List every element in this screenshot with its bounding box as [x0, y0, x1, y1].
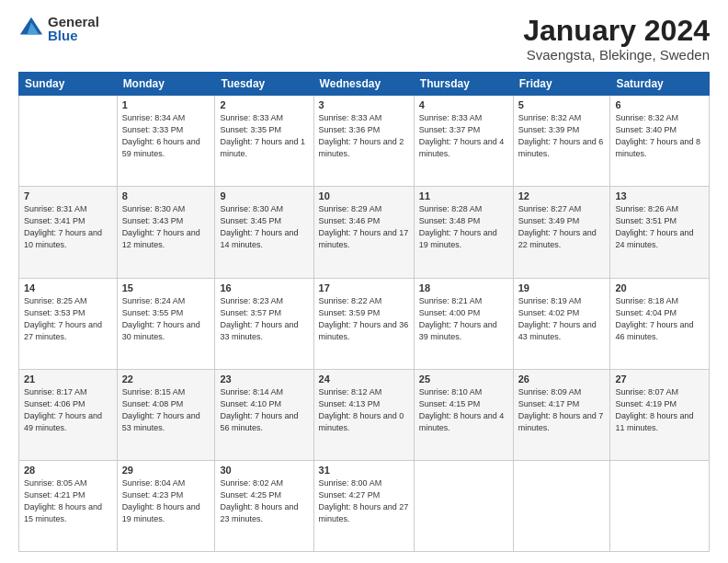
- day-info: Sunrise: 8:31 AMSunset: 3:41 PMDaylight:…: [24, 203, 112, 251]
- day-cell: 1Sunrise: 8:34 AMSunset: 3:33 PMDaylight…: [117, 96, 215, 187]
- header: General Blue January 2024 Svaengsta, Ble…: [18, 15, 710, 63]
- day-number: 18: [419, 282, 508, 293]
- day-number: 24: [319, 373, 409, 385]
- day-number: 5: [518, 99, 606, 110]
- day-number: 23: [220, 373, 308, 385]
- page: General Blue January 2024 Svaengsta, Ble…: [0, 0, 728, 563]
- day-number: 8: [122, 190, 210, 201]
- day-cell: 24Sunrise: 8:12 AMSunset: 4:13 PMDayligh…: [313, 369, 414, 460]
- day-info: Sunrise: 8:32 AMSunset: 3:39 PMDaylight:…: [518, 112, 606, 160]
- day-info: Sunrise: 8:23 AMSunset: 3:57 PMDaylight:…: [220, 295, 308, 343]
- day-cell: 21Sunrise: 8:17 AMSunset: 4:06 PMDayligh…: [19, 369, 118, 460]
- day-cell: [19, 96, 118, 187]
- day-number: 29: [122, 465, 210, 476]
- day-cell: 14Sunrise: 8:25 AMSunset: 3:53 PMDayligh…: [19, 278, 118, 369]
- day-cell: 23Sunrise: 8:14 AMSunset: 4:10 PMDayligh…: [215, 369, 313, 460]
- weekday-header-sunday: Sunday: [19, 73, 118, 96]
- day-cell: 3Sunrise: 8:33 AMSunset: 3:36 PMDaylight…: [313, 96, 414, 187]
- day-cell: 28Sunrise: 8:05 AMSunset: 4:21 PMDayligh…: [19, 460, 118, 551]
- day-info: Sunrise: 8:29 AMSunset: 3:46 PMDaylight:…: [319, 203, 409, 251]
- month-title: January 2024: [523, 15, 710, 47]
- day-number: 30: [220, 465, 308, 476]
- day-number: 14: [24, 282, 112, 293]
- day-info: Sunrise: 8:02 AMSunset: 4:25 PMDaylight:…: [220, 477, 308, 525]
- weekday-header-thursday: Thursday: [414, 73, 513, 96]
- logo-general: General: [48, 15, 99, 29]
- day-cell: 8Sunrise: 8:30 AMSunset: 3:43 PMDaylight…: [117, 187, 215, 278]
- calendar-table: SundayMondayTuesdayWednesdayThursdayFrid…: [18, 72, 710, 552]
- day-info: Sunrise: 8:22 AMSunset: 3:59 PMDaylight:…: [319, 295, 409, 343]
- week-row-2: 7Sunrise: 8:31 AMSunset: 3:41 PMDaylight…: [19, 187, 710, 278]
- day-cell: 26Sunrise: 8:09 AMSunset: 4:17 PMDayligh…: [513, 369, 610, 460]
- day-info: Sunrise: 8:00 AMSunset: 4:27 PMDaylight:…: [319, 477, 409, 525]
- day-info: Sunrise: 8:26 AMSunset: 3:51 PMDaylight:…: [615, 203, 704, 251]
- day-cell: 29Sunrise: 8:04 AMSunset: 4:23 PMDayligh…: [117, 460, 215, 551]
- day-info: Sunrise: 8:24 AMSunset: 3:55 PMDaylight:…: [122, 295, 210, 343]
- day-cell: 4Sunrise: 8:33 AMSunset: 3:37 PMDaylight…: [414, 96, 513, 187]
- day-info: Sunrise: 8:27 AMSunset: 3:49 PMDaylight:…: [518, 203, 606, 251]
- day-number: 7: [24, 190, 112, 201]
- weekday-header-tuesday: Tuesday: [215, 73, 313, 96]
- day-cell: 9Sunrise: 8:30 AMSunset: 3:45 PMDaylight…: [215, 187, 313, 278]
- day-number: 20: [615, 282, 704, 293]
- day-number: 13: [615, 190, 704, 201]
- day-number: 1: [122, 99, 210, 110]
- day-number: 28: [24, 465, 112, 476]
- week-row-4: 21Sunrise: 8:17 AMSunset: 4:06 PMDayligh…: [19, 369, 710, 460]
- day-number: 2: [220, 99, 308, 110]
- day-number: 27: [615, 373, 704, 385]
- day-number: 12: [518, 190, 606, 201]
- day-cell: [414, 460, 513, 551]
- weekday-header-saturday: Saturday: [610, 73, 710, 96]
- day-info: Sunrise: 8:33 AMSunset: 3:36 PMDaylight:…: [319, 112, 409, 160]
- day-info: Sunrise: 8:30 AMSunset: 3:43 PMDaylight:…: [122, 203, 210, 251]
- week-row-3: 14Sunrise: 8:25 AMSunset: 3:53 PMDayligh…: [19, 278, 710, 369]
- logo-icon: [18, 16, 44, 41]
- day-info: Sunrise: 8:33 AMSunset: 3:35 PMDaylight:…: [220, 112, 308, 160]
- location: Svaengsta, Blekinge, Sweden: [523, 47, 710, 63]
- day-info: Sunrise: 8:19 AMSunset: 4:02 PMDaylight:…: [518, 295, 606, 343]
- day-info: Sunrise: 8:21 AMSunset: 4:00 PMDaylight:…: [419, 295, 508, 343]
- day-number: 6: [615, 99, 704, 110]
- day-info: Sunrise: 8:17 AMSunset: 4:06 PMDaylight:…: [24, 386, 112, 434]
- day-cell: 27Sunrise: 8:07 AMSunset: 4:19 PMDayligh…: [610, 369, 710, 460]
- day-cell: 25Sunrise: 8:10 AMSunset: 4:15 PMDayligh…: [414, 369, 513, 460]
- day-info: Sunrise: 8:04 AMSunset: 4:23 PMDaylight:…: [122, 477, 210, 525]
- day-cell: 11Sunrise: 8:28 AMSunset: 3:48 PMDayligh…: [414, 187, 513, 278]
- day-number: 31: [319, 465, 409, 476]
- day-number: 25: [419, 373, 508, 385]
- day-cell: 16Sunrise: 8:23 AMSunset: 3:57 PMDayligh…: [215, 278, 313, 369]
- day-number: 10: [319, 190, 409, 201]
- day-number: 15: [122, 282, 210, 293]
- day-cell: 7Sunrise: 8:31 AMSunset: 3:41 PMDaylight…: [19, 187, 118, 278]
- logo: General Blue: [18, 15, 99, 42]
- day-cell: [610, 460, 710, 551]
- day-info: Sunrise: 8:10 AMSunset: 4:15 PMDaylight:…: [419, 386, 508, 434]
- day-info: Sunrise: 8:34 AMSunset: 3:33 PMDaylight:…: [122, 112, 210, 160]
- day-number: 22: [122, 373, 210, 385]
- day-cell: 31Sunrise: 8:00 AMSunset: 4:27 PMDayligh…: [313, 460, 414, 551]
- day-cell: 5Sunrise: 8:32 AMSunset: 3:39 PMDaylight…: [513, 96, 610, 187]
- day-cell: 6Sunrise: 8:32 AMSunset: 3:40 PMDaylight…: [610, 96, 710, 187]
- day-number: 9: [220, 190, 308, 201]
- day-cell: 15Sunrise: 8:24 AMSunset: 3:55 PMDayligh…: [117, 278, 215, 369]
- day-cell: 17Sunrise: 8:22 AMSunset: 3:59 PMDayligh…: [313, 278, 414, 369]
- day-info: Sunrise: 8:14 AMSunset: 4:10 PMDaylight:…: [220, 386, 308, 434]
- day-info: Sunrise: 8:33 AMSunset: 3:37 PMDaylight:…: [419, 112, 508, 160]
- day-cell: 18Sunrise: 8:21 AMSunset: 4:00 PMDayligh…: [414, 278, 513, 369]
- day-cell: 22Sunrise: 8:15 AMSunset: 4:08 PMDayligh…: [117, 369, 215, 460]
- day-cell: 12Sunrise: 8:27 AMSunset: 3:49 PMDayligh…: [513, 187, 610, 278]
- day-cell: [513, 460, 610, 551]
- title-block: January 2024 Svaengsta, Blekinge, Sweden: [523, 15, 710, 63]
- week-row-5: 28Sunrise: 8:05 AMSunset: 4:21 PMDayligh…: [19, 460, 710, 551]
- day-number: 11: [419, 190, 508, 201]
- weekday-header-friday: Friday: [513, 73, 610, 96]
- weekday-header-monday: Monday: [117, 73, 215, 96]
- logo-text: General Blue: [48, 15, 99, 42]
- day-number: 3: [319, 99, 409, 110]
- day-number: 19: [518, 282, 606, 293]
- logo-blue: Blue: [48, 29, 99, 42]
- day-cell: 19Sunrise: 8:19 AMSunset: 4:02 PMDayligh…: [513, 278, 610, 369]
- day-cell: 30Sunrise: 8:02 AMSunset: 4:25 PMDayligh…: [215, 460, 313, 551]
- day-info: Sunrise: 8:28 AMSunset: 3:48 PMDaylight:…: [419, 203, 508, 251]
